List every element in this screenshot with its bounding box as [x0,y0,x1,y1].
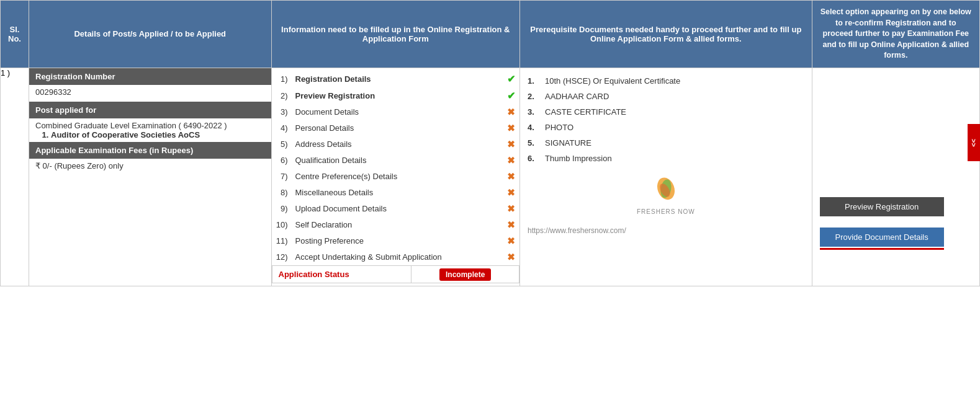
cross-icon: ✖ [507,219,515,230]
prereq-text: AADHAAR CARD [545,92,609,101]
app-status-label: Application Status [279,270,349,279]
reg-number-value: 00296332 [29,85,271,102]
step-row: 11)Posting Preference✖ [272,233,520,249]
step-status-icon: ✖ [502,136,519,152]
prereq-url: https://www.freshersnow.com/ [520,221,812,240]
step-row: 1)Registration Details✔ [272,71,520,87]
preview-registration-button[interactable]: Preview Registration [820,197,944,216]
step-num: 11) [272,233,292,249]
header-posts: Details of Post/s Applied / to be Applie… [29,1,272,68]
step-label: Posting Preference [292,233,503,249]
step-label: Centre Preference(s) Details [292,169,503,185]
step-num: 10) [272,217,292,233]
posts-cell: Registration Number 00296332 Post applie… [29,68,272,286]
step-num: 9) [272,201,292,217]
step-num: 8) [272,185,292,201]
table-row: 1 ) Registration Number 00296332 Post ap… [1,68,980,286]
prereq-list: 1.10th (HSCE) Or Equivalent Certificate2… [520,68,812,171]
fees-header: Applicable Examination Fees (in Rupees) [29,142,271,159]
header-info: Information need to be filled up in the … [271,1,520,68]
header-sl: Sl. No. [1,1,29,68]
prereq-item: 2.AADHAAR CARD [528,89,804,104]
prereq-cell: 1.10th (HSCE) Or Equivalent Certificate2… [520,68,812,286]
app-status-badge: Incomplete [439,268,491,281]
step-row: 5)Address Details✖ [272,136,520,152]
steps-cell: 1)Registration Details✔2)Preview Registr… [271,68,520,286]
step-row: 8)Miscellaneous Details✖ [272,185,520,201]
sl-number: 1 ) [1,68,29,286]
fees-value: ₹ 0/- (Rupees Zero) only [29,159,271,175]
step-label: Self Declaration [292,217,503,233]
step-status-icon: ✖ [502,249,519,265]
cross-icon: ✖ [507,139,515,149]
check-icon: ✔ [507,74,515,84]
main-table: Sl. No. Details of Post/s Applied / to b… [0,0,980,286]
cross-icon: ✖ [507,187,515,198]
prereq-num: 6. [528,154,540,163]
provide-document-button[interactable]: Provide Document Details [820,228,944,247]
cross-icon: ✖ [507,252,515,262]
prereq-text: CASTE CERTIFICATE [545,107,626,117]
prereq-item: 3.CASTE CERTIFICATE [528,104,804,120]
prereq-item: 4.PHOTO [528,120,804,135]
position-item: Auditor of Cooperative Societies AoCS [51,130,265,139]
step-row: 3)Document Details✖ [272,104,520,120]
freshers-logo-icon [650,177,681,208]
step-status-icon: ✔ [502,71,519,87]
prereq-item: 1.10th (HSCE) Or Equivalent Certificate [528,73,804,89]
step-num: 12) [272,249,292,265]
prereq-item: 6.Thumb Impression [528,151,804,166]
prereq-num: 4. [528,123,540,132]
post-positions-list: Auditor of Cooperative Societies AoCS [48,130,265,139]
step-label: Personal Details [292,120,503,136]
prereq-item: 5.SIGNATURE [528,135,804,151]
prereq-text: 10th (HSCE) Or Equivalent Certificate [545,76,680,86]
step-label: Accept Undertaking & Submit Application [292,249,503,265]
step-row: 7)Centre Preference(s) Details✖ [272,169,520,185]
step-row: 10)Self Declaration✖ [272,217,520,233]
prereq-num: 1. [528,76,540,86]
step-num: 2) [272,87,292,104]
prereq-text: SIGNATURE [545,138,591,148]
document-btn-underline [820,248,944,250]
freshers-logo-text: FRESHERS NOW [637,208,695,215]
app-status-row: Application Status Incomplete [272,265,519,283]
step-num: 5) [272,136,292,152]
prereq-num: 3. [528,107,540,117]
steps-table: 1)Registration Details✔2)Preview Registr… [272,71,520,265]
watermark-area: FRESHERS NOW [520,171,812,221]
prereq-num: 2. [528,92,540,101]
post-applied-value: Combined Graduate Level Examination ( 64… [29,118,271,142]
cross-icon: ✖ [507,236,515,246]
step-label: Upload Document Details [292,201,503,217]
prereq-num: 5. [528,138,540,148]
step-row: 9)Upload Document Details✖ [272,201,520,217]
step-status-icon: ✖ [502,120,519,136]
step-num: 7) [272,169,292,185]
step-label: Address Details [292,136,503,152]
cross-icon: ✖ [507,155,515,166]
action-cell: Preview Registration Provide Document De… [812,68,979,286]
step-status-icon: ✖ [502,152,519,169]
step-label: Miscellaneous Details [292,185,503,201]
step-row: 12)Accept Undertaking & Submit Applicati… [272,249,520,265]
prereq-text: Thumb Impression [545,154,612,163]
cross-icon: ✖ [507,203,515,214]
step-row: 6)Qualification Details✖ [272,152,520,169]
cross-icon: ✖ [507,107,515,117]
step-num: 3) [272,104,292,120]
step-status-icon: ✖ [502,169,519,185]
header-prereq: Prerequisite Documents needed handy to p… [520,1,812,68]
step-num: 1) [272,71,292,87]
step-label: Qualification Details [292,152,503,169]
step-label: Document Details [292,104,503,120]
step-row: 4)Personal Details✖ [272,120,520,136]
step-num: 4) [272,120,292,136]
check-icon: ✔ [507,91,515,101]
side-tab[interactable]: >> [968,124,980,161]
post-applied-header: Post applied for [29,102,271,118]
prereq-text: PHOTO [545,123,573,132]
step-label: Registration Details [292,71,503,87]
reg-header: Registration Number [29,68,271,85]
header-action: Select option appearing on by one below … [812,1,979,68]
